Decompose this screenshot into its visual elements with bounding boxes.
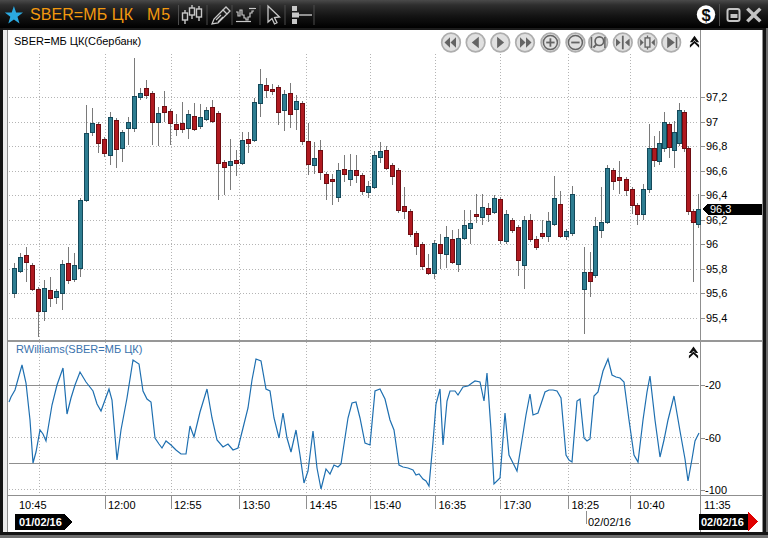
svg-text:95,6: 95,6	[706, 287, 727, 299]
svg-text:$: $	[701, 6, 710, 24]
svg-text:12:55: 12:55	[174, 499, 202, 511]
svg-text:17:30: 17:30	[504, 499, 532, 511]
svg-text:12:00: 12:00	[108, 499, 136, 511]
svg-text:96: 96	[706, 238, 718, 250]
svg-text:13:50: 13:50	[243, 499, 271, 511]
svg-text:11:35: 11:35	[704, 499, 731, 511]
svg-text:02/02/16: 02/02/16	[588, 516, 631, 528]
svg-text:10:45: 10:45	[19, 499, 47, 511]
svg-text:96,3: 96,3	[710, 203, 731, 215]
svg-text:16:35: 16:35	[439, 499, 467, 511]
svg-text:97,2: 97,2	[706, 91, 727, 103]
svg-text:96,6: 96,6	[706, 165, 727, 177]
svg-text:96,8: 96,8	[706, 140, 727, 152]
svg-text:-100: -100	[705, 484, 727, 496]
svg-text:15:40: 15:40	[374, 499, 402, 511]
svg-text:14:45: 14:45	[310, 499, 338, 511]
svg-text:10:40: 10:40	[637, 499, 665, 511]
svg-text:95,4: 95,4	[706, 312, 727, 324]
svg-text:M5: M5	[147, 6, 171, 23]
svg-text:18:25: 18:25	[572, 499, 600, 511]
svg-text:-20: -20	[705, 379, 721, 391]
svg-text:01/02/16: 01/02/16	[19, 516, 62, 528]
svg-text:97: 97	[706, 116, 718, 128]
svg-text:96,2: 96,2	[706, 214, 727, 226]
svg-text:95,8: 95,8	[706, 263, 727, 275]
svg-text:02/02/16: 02/02/16	[701, 516, 744, 528]
svg-text:96,4: 96,4	[706, 189, 727, 201]
svg-text:SBER=МБ ЦК: SBER=МБ ЦК	[30, 6, 134, 23]
svg-text:-60: -60	[705, 432, 721, 444]
